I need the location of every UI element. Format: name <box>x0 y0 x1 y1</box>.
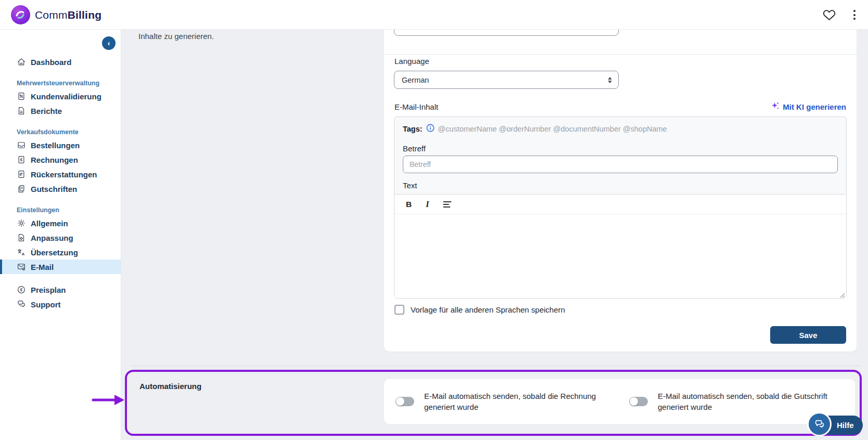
email-content-row: E-Mail-Inhalt Mit KI generieren <box>394 101 846 112</box>
save-all-languages-checkbox[interactable] <box>394 305 404 315</box>
chevron-left-icon: ‹ <box>108 40 110 47</box>
sidebar-collapse-button[interactable]: ‹ <box>102 36 116 50</box>
sidebar-item-uebersetzung[interactable]: A Übersetzung <box>0 245 121 260</box>
sidebar-item-rechnungen[interactable]: € Rechnungen <box>0 152 121 167</box>
annotation-arrow-icon <box>92 393 126 409</box>
sidebar-item-berichte[interactable]: Berichte <box>0 103 121 118</box>
rich-text-editor: B I <box>394 194 846 298</box>
auto-send-credit-note-label: E-Mail automatisch senden, sobald die Gu… <box>658 391 845 412</box>
svg-text:€: € <box>20 158 23 162</box>
header-actions <box>823 0 859 30</box>
sidebar-item-gutschriften[interactable]: Gutschriften <box>0 182 121 196</box>
top-header: CommBilling <box>0 0 868 30</box>
bold-icon[interactable]: B <box>406 200 412 209</box>
gear-icon <box>17 218 26 228</box>
text-label: Text <box>403 181 838 190</box>
editor-text-area[interactable] <box>394 214 846 298</box>
sidebar-item-rueckerstattungen[interactable]: Rückerstattungen <box>0 167 121 182</box>
commbilling-logo-icon <box>11 5 30 24</box>
translate-icon: A <box>17 248 26 257</box>
email-content-label: E-Mail-Inhalt <box>394 102 438 111</box>
available-tags: @customerName @orderNumber @documentNumb… <box>438 125 667 133</box>
sidebar-item-kundenvalidierung[interactable]: Kundenvalidierung <box>0 89 121 103</box>
select-arrows-icon <box>608 77 612 83</box>
overflow-menu-icon[interactable] <box>850 8 859 22</box>
sidebar-item-preisplan[interactable]: € Preisplan <box>0 282 121 297</box>
toggle-knob <box>630 397 638 406</box>
align-left-icon[interactable] <box>443 201 452 208</box>
card-divider <box>384 54 857 55</box>
auto-send-invoice-toggle[interactable] <box>395 397 414 406</box>
sidebar-item-email[interactable]: E-Mail <box>0 260 121 274</box>
save-all-languages-label: Vorlage für alle anderen Sprachen speich… <box>411 305 565 314</box>
italic-icon[interactable]: I <box>426 200 429 209</box>
customize-icon <box>17 233 26 242</box>
invoice-euro-icon: € <box>17 155 26 164</box>
generate-with-ai-link[interactable]: Mit KI generieren <box>771 101 846 112</box>
credit-note-icon <box>17 184 26 193</box>
editor-toolbar: B I <box>394 195 846 214</box>
tags-label: Tags: <box>403 125 423 133</box>
receipt-percent-icon <box>17 92 26 101</box>
save-all-languages-row[interactable]: Vorlage für alle anderen Sprachen speich… <box>394 305 565 315</box>
sidebar-item-support[interactable]: Support <box>0 297 121 312</box>
favorites-heart-icon[interactable] <box>823 8 836 21</box>
sidebar-section-mehrwertsteuerverwaltung: Mehrwertsteuerverwaltung <box>0 80 121 87</box>
email-template-card: Invoice Language German E-Mail-Inhalt <box>384 30 857 352</box>
chat-bubbles-icon <box>17 300 26 309</box>
save-button[interactable]: Save <box>770 326 846 344</box>
automation-title: Automatisierung <box>139 382 201 391</box>
subject-label: Betreff <box>403 144 838 153</box>
sidebar-item-bestellungen[interactable]: Bestellungen <box>0 138 121 152</box>
auto-send-invoice-row: E-Mail automatisch senden, sobald die Re… <box>395 391 617 412</box>
sidebar-item-anpassung[interactable]: Anpassung <box>0 230 121 245</box>
sidebar-section-verkaufsdokumente: Verkaufsdokumente <box>0 128 121 136</box>
sidebar-item-allgemein[interactable]: Allgemein <box>0 216 121 230</box>
sidebar-section-einstellungen: Einstellungen <box>0 206 121 214</box>
svg-text:€: € <box>20 288 23 292</box>
app-root: CommBilling ‹ Dashboard Mehrwertsteuerve… <box>0 0 868 440</box>
svg-text:A: A <box>22 252 25 256</box>
tags-row: Tags: @customerName @orderNumber @docume… <box>394 117 846 134</box>
sparkles-icon <box>771 101 780 112</box>
help-chat-icon[interactable] <box>807 412 832 436</box>
auto-send-invoice-label: E-Mail automatisch senden, sobald die Re… <box>424 391 611 412</box>
main-content: Inhalte zu generieren. Invoice Language … <box>121 30 868 440</box>
sidebar-item-dashboard[interactable]: Dashboard <box>0 55 121 69</box>
auto-send-credit-note-row: E-Mail automatisch senden, sobald die Gu… <box>629 391 845 412</box>
refund-receipt-icon <box>17 170 26 179</box>
euro-circle-icon: € <box>17 285 26 294</box>
intro-text: Inhalte zu generieren. <box>138 32 214 41</box>
resize-handle[interactable] <box>839 291 845 297</box>
subject-input[interactable] <box>403 156 838 173</box>
email-editor-panel: Tags: @customerName @orderNumber @docume… <box>394 117 847 299</box>
language-select[interactable]: German <box>394 71 619 89</box>
home-icon <box>17 57 26 67</box>
sidebar: ‹ Dashboard Mehrwertsteuerverwaltung Kun… <box>0 30 121 440</box>
sidebar-nav: Dashboard Mehrwertsteuerverwaltung Kunde… <box>0 30 121 312</box>
automation-card: E-Mail automatisch senden, sobald die Re… <box>384 379 855 424</box>
mail-settings-icon <box>17 262 26 271</box>
inbox-icon <box>17 140 26 150</box>
info-icon[interactable] <box>426 124 435 134</box>
report-icon <box>17 106 26 115</box>
auto-send-credit-note-toggle[interactable] <box>629 397 648 406</box>
section-divider <box>133 366 860 366</box>
brand-logo[interactable]: CommBilling <box>11 5 101 24</box>
brand-name: CommBilling <box>35 9 101 21</box>
document-type-select[interactable]: Invoice <box>394 30 619 36</box>
toggle-knob <box>396 397 404 406</box>
language-label: Language <box>394 57 429 66</box>
